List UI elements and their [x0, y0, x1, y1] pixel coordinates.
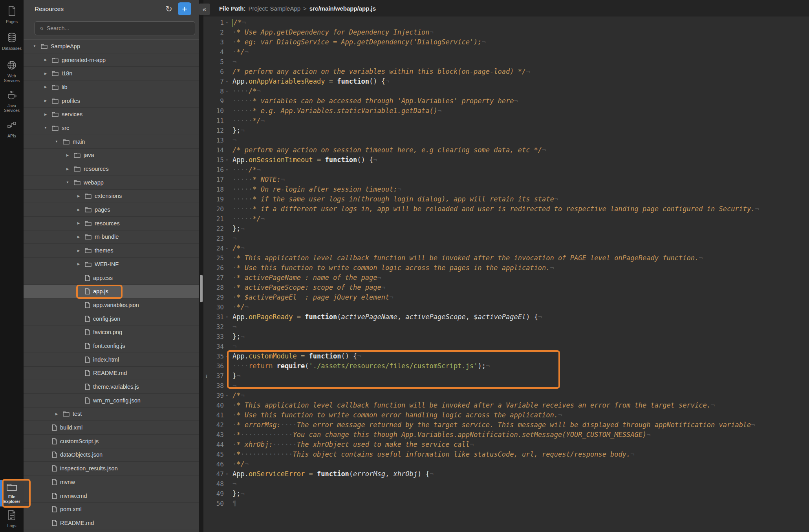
tree-item-services[interactable]: ▶services [24, 108, 199, 121]
tree-item-dataobjects-json[interactable]: dataObjects.json [24, 448, 199, 462]
tree-item-label: resources [95, 220, 120, 227]
tree-item-favicon-png[interactable]: favicon.png [24, 325, 199, 339]
tree-item-wm-rn-config-json[interactable]: wm_rn_config.json [24, 394, 199, 408]
tree-item-inspection-results-json[interactable]: inspection_results.json [24, 462, 199, 475]
fold-icon[interactable]: ▾ [224, 155, 230, 165]
line-ending-mark: ¬ [755, 205, 759, 213]
sidebar-item-apis[interactable]: APIs [0, 120, 24, 138]
sidebar-item-web-services[interactable]: Web Services [0, 60, 24, 83]
folder-icon [52, 57, 59, 63]
refresh-icon[interactable]: ↻ [163, 3, 175, 15]
gutter: 8▾ [203, 86, 230, 96]
tree-item-config-json[interactable]: config.json [24, 312, 199, 326]
tree-item-label: WEB-INF [95, 261, 119, 267]
tree-item-extensions[interactable]: ▶extensions [24, 190, 199, 203]
chevron-right-icon[interactable]: ▶ [76, 208, 81, 212]
tree-item-resources[interactable]: ▶resources [24, 217, 199, 230]
line-number: 14 [210, 145, 224, 155]
tree-item-web-inf[interactable]: ▶WEB-INF [24, 258, 199, 271]
chevron-right-icon[interactable]: ▶ [43, 85, 48, 89]
chevron-right-icon[interactable]: ▶ [43, 99, 48, 102]
tree-item-index-html[interactable]: index.html [24, 353, 199, 367]
chevron-down-icon[interactable]: ▼ [65, 181, 70, 184]
sidebar-item-databases[interactable]: Databases [0, 32, 24, 51]
chevron-right-icon[interactable]: ▶ [43, 58, 48, 62]
tree-item-mvnw-cmd[interactable]: mvnw.cmd [24, 489, 199, 503]
search-input[interactable] [47, 25, 195, 31]
tree-item-main[interactable]: ▼main [24, 135, 199, 149]
chevron-right-icon[interactable]: ▶ [54, 412, 59, 416]
chevron-right-icon[interactable]: ▶ [76, 249, 81, 252]
code-line-text: /*¬ [230, 243, 245, 253]
code-editor[interactable]: 1▾/*¬2·* Use App.getDependency for Depen… [203, 16, 809, 532]
tree-item-app-css[interactable]: app.css [24, 271, 199, 285]
sidebar-item-pages[interactable]: Pages [0, 5, 24, 24]
chevron-right-icon[interactable]: ▶ [76, 221, 81, 225]
chevron-right-icon[interactable]: ▶ [43, 113, 48, 116]
chevron-right-icon[interactable]: ▶ [76, 262, 81, 266]
tree-item-build-xml[interactable]: build.xml [24, 421, 199, 435]
chevron-right-icon[interactable]: ▶ [65, 167, 70, 171]
fold-icon[interactable]: ▾ [224, 243, 230, 253]
tree-item-generated-rn-app[interactable]: ▶generated-rn-app [24, 53, 199, 67]
tree-item-label: dataObjects.json [60, 452, 102, 458]
tree-item-rn-bundle[interactable]: ▶rn-bundle [24, 230, 199, 244]
tree-item-mvnw[interactable]: mvnw [24, 475, 199, 489]
fold-icon[interactable]: ▾ [224, 469, 230, 479]
tree-item-app-js[interactable]: app.js [24, 285, 199, 298]
sidebar-item-logs[interactable]: Logs [0, 510, 24, 528]
gutter: 3 [203, 37, 230, 47]
gutter: 48 [203, 479, 230, 489]
tree-item-label: resources [84, 166, 109, 172]
chevron-down-icon[interactable]: ▼ [32, 44, 37, 48]
tree-item-i18n[interactable]: ▶i18n [24, 67, 199, 80]
line-number: 32 [210, 322, 224, 332]
chevron-right-icon[interactable]: ▶ [76, 235, 81, 239]
tree-item-lib[interactable]: ▶lib [24, 80, 199, 94]
line-number: 39 [210, 391, 224, 400]
tree-item-webapp[interactable]: ▼webapp [24, 176, 199, 190]
fold-icon[interactable]: ▾ [224, 18, 230, 27]
tree-item-app-variables-json[interactable]: app.variables.json [24, 298, 199, 312]
fold-icon[interactable]: ▾ [224, 77, 230, 86]
sidebar-item-java-services[interactable]: Java Services [0, 90, 24, 113]
folder-icon [52, 98, 59, 104]
fold-icon[interactable]: ▾ [224, 165, 230, 175]
search-box[interactable]: ⌕ [35, 21, 195, 35]
tree-item-profiles[interactable]: ▶profiles [24, 94, 199, 108]
chevron-down-icon[interactable]: ▼ [43, 126, 48, 130]
chevron-right-icon[interactable]: ▶ [65, 154, 70, 157]
tree-item-theme-variables-js[interactable]: theme.variables.js [24, 380, 199, 394]
tree-item-customscript-js[interactable]: customScript.js [24, 435, 199, 448]
fold-icon[interactable]: ▾ [224, 312, 230, 322]
tree-item-src[interactable]: ▼src [24, 121, 199, 135]
chevron-right-icon[interactable]: ▶ [43, 72, 48, 75]
tree-item-sampleapp[interactable]: ▼SampleApp [24, 40, 199, 53]
tree-item-themes[interactable]: ▶themes [24, 244, 199, 258]
sidebar-item-file-explorer[interactable]: File Explorer [0, 482, 24, 504]
text-cursor [232, 19, 233, 27]
chevron-down-icon[interactable]: ▼ [54, 140, 59, 143]
tree-item-pom-xml[interactable]: pom.xml [24, 503, 199, 516]
activity-bar: PagesDatabasesWeb ServicesJava ServicesA… [0, 0, 24, 532]
collapse-panel-button[interactable]: « [199, 4, 210, 15]
tree-item-java[interactable]: ▶java [24, 149, 199, 163]
chevron-right-icon[interactable]: ▶ [76, 194, 81, 198]
add-resource-button[interactable]: + [178, 2, 191, 15]
fold-icon[interactable]: ▾ [224, 351, 230, 361]
fold-icon[interactable]: ▾ [224, 86, 230, 96]
line-ending-mark: ¬ [261, 117, 265, 124]
tree-item-pages[interactable]: ▶pages [24, 203, 199, 217]
line-ending-mark: ¬ [236, 372, 240, 380]
line-ending-mark: ¬ [245, 303, 249, 311]
gutter: 24▾ [203, 243, 230, 253]
tree-item-test[interactable]: ▶test [24, 408, 199, 421]
tree-item-readme-md[interactable]: README.md [24, 516, 199, 530]
file-icon [52, 520, 57, 526]
tree-item-resources[interactable]: ▶resources [24, 162, 199, 176]
tree-item-font-config-js[interactable]: font.config.js [24, 339, 199, 353]
tree-item-readme-md[interactable]: README.md [24, 367, 199, 380]
tree-scrollbar-thumb[interactable] [200, 275, 203, 302]
gutter: 23 [203, 234, 230, 243]
fold-icon[interactable]: ▾ [224, 391, 230, 400]
